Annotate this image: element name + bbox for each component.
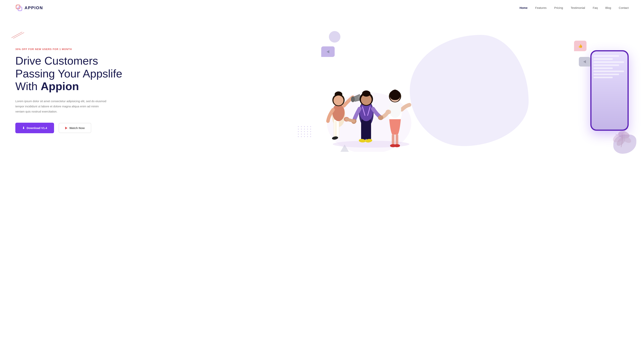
screen-line-4 (594, 64, 619, 66)
hero-left-content: 30% OFF FOR NEW USERS FOR 1 MONTH Drive … (15, 48, 310, 133)
hero-section: 30% OFF FOR NEW USERS FOR 1 MONTH Drive … (0, 16, 644, 169)
svg-rect-7 (334, 119, 339, 138)
nav-item-features[interactable]: Features (535, 6, 546, 10)
dot (310, 129, 311, 130)
thumbs-up-icon: 👍 (578, 44, 582, 48)
nav-item-contact[interactable]: Contact (619, 6, 629, 10)
svg-point-14 (338, 92, 341, 94)
deco-slash (12, 31, 25, 40)
download-button-label: Download V1.4 (27, 126, 47, 130)
svg-rect-21 (366, 119, 371, 140)
watch-button[interactable]: Watch Now (59, 123, 91, 133)
dot (310, 126, 311, 127)
hero-title: Drive Customers Passing Your Appslife Wi… (15, 54, 310, 93)
nav-item-testimonial[interactable]: Testimonial (570, 6, 585, 10)
nav-links: Home Features Pricing Testimonial Faq Bl… (520, 6, 629, 10)
svg-point-28 (362, 90, 370, 96)
screen-line-1 (594, 55, 619, 57)
dot (304, 134, 305, 134)
nav-link-contact[interactable]: Contact (619, 6, 629, 10)
nav-item-blog[interactable]: Blog (605, 6, 611, 10)
people-illustration (316, 56, 430, 152)
dot (301, 129, 302, 130)
chat-bubble-share (579, 57, 590, 66)
svg-point-16 (351, 96, 355, 102)
phone-screen-content (592, 51, 628, 82)
nav-link-faq[interactable]: Faq (593, 6, 598, 10)
dot (304, 131, 305, 132)
chat-bubble-reply (321, 46, 335, 57)
download-button[interactable]: ⬇ Download V1.4 (15, 123, 54, 133)
dot (298, 129, 299, 130)
svg-point-15 (334, 96, 344, 106)
dot (301, 126, 302, 127)
screen-line-8 (594, 77, 613, 78)
dot (298, 126, 299, 127)
screen-line-6 (594, 70, 624, 72)
share-arrow-icon (583, 60, 586, 63)
dot (307, 134, 308, 134)
dot (310, 131, 311, 132)
screen-line-5 (594, 68, 613, 69)
hero-title-line1: Drive Customers (15, 54, 98, 67)
nav-link-pricing[interactable]: Pricing (554, 6, 563, 10)
svg-rect-30 (392, 134, 394, 146)
nav-link-testimonial[interactable]: Testimonial (570, 6, 585, 10)
dots-decoration: for(let i=0;i<25;i++){ document.currentS… (298, 126, 312, 137)
triangle-decoration (340, 144, 349, 152)
reply-arrow-icon (326, 50, 329, 53)
dot (307, 131, 308, 132)
nav-link-features[interactable]: Features (535, 6, 546, 10)
dot (298, 136, 299, 137)
screen-line-2 (594, 58, 613, 60)
dot (307, 136, 308, 137)
hero-title-line3-normal: With (15, 80, 41, 92)
dot (304, 129, 305, 130)
logo-text: APPION (24, 5, 43, 10)
hero-title-line2: Passing Your Appslife (15, 67, 122, 80)
dot (310, 136, 311, 137)
svg-line-3 (14, 32, 24, 38)
phone-mockup (590, 50, 629, 131)
logo-icon (15, 4, 22, 12)
svg-point-34 (389, 101, 401, 118)
nav-item-faq[interactable]: Faq (593, 6, 598, 10)
watch-button-label: Watch Now (70, 126, 85, 130)
dot (298, 134, 299, 134)
nav-link-home[interactable]: Home (520, 6, 528, 10)
circle-decoration (329, 31, 340, 42)
dot (307, 129, 308, 130)
dot (310, 134, 311, 134)
dot (301, 136, 302, 137)
logo[interactable]: APPION (15, 4, 43, 12)
screen-line-3 (594, 61, 624, 63)
navbar: APPION Home Features Pricing Testimonial… (0, 0, 644, 16)
dot (307, 126, 308, 127)
screen-line-7 (594, 74, 619, 75)
svg-point-38 (386, 110, 391, 114)
play-icon (65, 127, 68, 130)
svg-point-37 (378, 116, 383, 120)
hero-description: Lorem ipsum dolor sit amet consectetur a… (15, 98, 107, 114)
dot (304, 136, 305, 137)
svg-rect-19 (361, 119, 366, 140)
dot (304, 126, 305, 127)
hero-right-illustration: 👍 (310, 24, 629, 158)
svg-rect-31 (396, 134, 398, 146)
dot (301, 134, 302, 134)
phone-screen (592, 51, 628, 130)
dot (298, 131, 299, 132)
hero-title-line3-bold: Appion (41, 80, 79, 92)
hero-buttons: ⬇ Download V1.4 Watch Now for(let i=0;i<… (15, 123, 310, 133)
download-icon: ⬇ (22, 126, 25, 130)
svg-line-2 (12, 32, 22, 38)
promo-badge: 30% OFF FOR NEW USERS FOR 1 MONTH (15, 48, 310, 50)
nav-item-pricing[interactable]: Pricing (554, 6, 563, 10)
chat-bubble-like: 👍 (574, 41, 586, 51)
dot (301, 131, 302, 132)
svg-point-33 (394, 144, 400, 147)
nav-link-blog[interactable]: Blog (605, 6, 611, 10)
nav-item-home[interactable]: Home (520, 6, 528, 10)
